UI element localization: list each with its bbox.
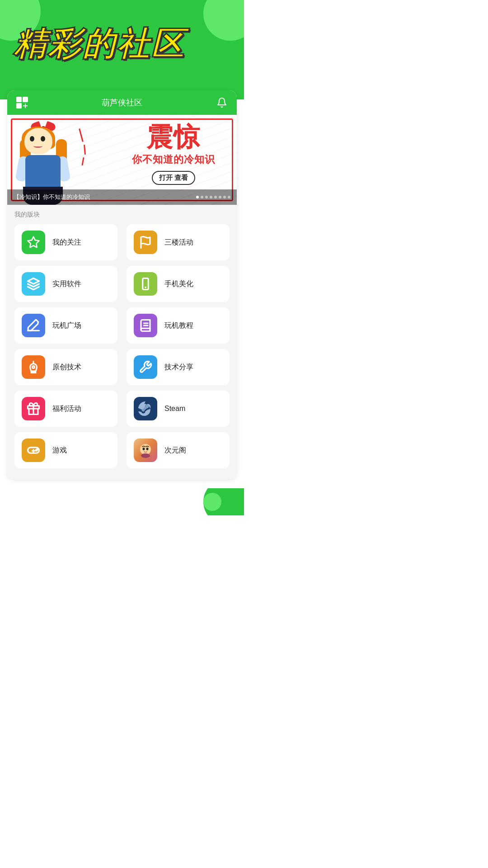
- dot-2: [201, 196, 203, 198]
- svg-point-20: [146, 448, 149, 450]
- list-item-steam[interactable]: Steam: [127, 391, 230, 427]
- third-floor-label: 三楼活动: [164, 238, 193, 247]
- dot-5: [214, 196, 217, 198]
- dot-3: [205, 196, 208, 198]
- dot-4: [210, 196, 212, 198]
- banner-area[interactable]: 震惊 你不知道的冷知识 打开 查看 【冷知识】你不知道的冷知识: [7, 115, 237, 205]
- gift-icon: [27, 402, 40, 415]
- eraser-icon: [27, 319, 40, 332]
- grid-add-icon[interactable]: [16, 97, 28, 108]
- banner-text-area: 震惊 你不知道的冷知识 打开 查看: [119, 124, 228, 185]
- list-item-original-tech[interactable]: 原创技术: [14, 349, 117, 385]
- section-label: 我的版块: [7, 205, 237, 222]
- dot-6: [219, 196, 221, 198]
- steam-icon: [134, 397, 157, 420]
- games-label: 游戏: [52, 446, 67, 455]
- banner-sub-text: 你不知道的冷知识: [119, 153, 228, 166]
- welfare-icon: [22, 397, 45, 420]
- list-item-useful-software[interactable]: 实用软件: [14, 266, 117, 302]
- cube-icon: [27, 277, 40, 291]
- open-sub-label: 查看: [174, 174, 188, 182]
- list-item-third-floor[interactable]: 三楼活动: [127, 224, 230, 260]
- girl-body: [25, 155, 61, 189]
- grid-sections: 我的关注 三楼活动: [7, 222, 237, 479]
- grid-row-1: 我的关注 三楼活动: [14, 224, 230, 266]
- app-header-title: 葫芦侠社区: [102, 97, 142, 108]
- original-tech-label: 原创技术: [52, 363, 81, 372]
- banner-main-text: 震惊: [119, 124, 228, 150]
- svg-point-18: [140, 444, 151, 455]
- dot-8: [228, 196, 230, 198]
- grid-cell-1: [16, 97, 22, 102]
- steam-logo: [138, 401, 153, 416]
- phone-icon: [139, 277, 152, 291]
- svg-point-17: [37, 449, 38, 450]
- grid-row-3: 玩机广场 玩机教程: [14, 307, 230, 349]
- girl-mouth: [33, 144, 42, 148]
- girl-eye-right: [41, 136, 45, 142]
- my-follow-icon: [22, 231, 45, 254]
- list-item-play-tutorial[interactable]: 玩机教程: [127, 307, 230, 344]
- anime-face-svg: [137, 442, 154, 458]
- svg-marker-0: [28, 237, 39, 248]
- games-icon: [22, 439, 45, 462]
- third-floor-icon: [134, 231, 157, 254]
- banner-open-button[interactable]: 打开 查看: [152, 171, 195, 185]
- bulb-icon: [27, 360, 40, 374]
- bell-icon[interactable]: [216, 97, 228, 108]
- svg-point-21: [141, 453, 150, 458]
- original-tech-icon: [22, 355, 45, 379]
- dot-7: [223, 196, 226, 198]
- list-item-phone-beauty[interactable]: 手机美化: [127, 266, 230, 302]
- grid-cell-plus: [23, 103, 28, 108]
- tech-share-label: 技术分享: [164, 363, 193, 372]
- star-icon: [27, 236, 40, 249]
- svg-point-19: [143, 448, 145, 450]
- grid-row-5: 福利活动 Steam: [14, 391, 230, 432]
- useful-software-label: 实用软件: [52, 279, 81, 289]
- dot-1: [196, 196, 199, 198]
- grid-cell-2: [23, 97, 28, 102]
- hero-section: 精彩的社区: [0, 0, 244, 99]
- list-item-my-follow[interactable]: 我的关注: [14, 224, 117, 260]
- wrench-icon: [139, 360, 152, 374]
- list-item-welfare[interactable]: 福利活动: [14, 391, 117, 427]
- app-header: 葫芦侠社区: [7, 90, 237, 115]
- hero-title: 精彩的社区: [14, 23, 185, 66]
- shock-line-3: [81, 157, 84, 165]
- steam-label: Steam: [164, 405, 185, 413]
- girl-head: [24, 128, 52, 154]
- play-plaza-icon: [22, 314, 45, 337]
- grid-row-2: 实用软件 手机美化: [14, 266, 230, 307]
- phone-beauty-label: 手机美化: [164, 279, 193, 289]
- grid-row-4: 原创技术 技术分享: [14, 349, 230, 391]
- useful-software-icon: [22, 272, 45, 296]
- banner-bottom-bar: 【冷知识】你不知道的冷知识: [7, 189, 237, 205]
- play-tutorial-label: 玩机教程: [164, 321, 193, 330]
- bottom-deco-area: [0, 488, 244, 515]
- welfare-label: 福利活动: [52, 404, 81, 414]
- list-item-anime[interactable]: 次元阁: [127, 432, 230, 468]
- page-wrapper: 精彩的社区 葫芦侠社区: [0, 0, 244, 515]
- shock-lines: [80, 128, 85, 165]
- app-card: 葫芦侠社区: [7, 90, 237, 479]
- my-follow-label: 我的关注: [52, 238, 81, 247]
- list-item-games[interactable]: 游戏: [14, 432, 117, 468]
- grid-row-6: 游戏 次元阁: [14, 432, 230, 474]
- open-btn-label: 打开: [159, 174, 173, 182]
- play-tutorial-icon: [134, 314, 157, 337]
- grid-cell-3: [16, 103, 22, 108]
- anime-icon: [134, 439, 157, 462]
- gamepad-icon: [27, 443, 40, 457]
- list-item-tech-share[interactable]: 技术分享: [127, 349, 230, 385]
- list-item-play-plaza[interactable]: 玩机广场: [14, 307, 117, 344]
- girl-eye-left: [30, 136, 34, 142]
- tech-share-icon: [134, 355, 157, 379]
- banner-caption: 【冷知识】你不知道的冷知识: [14, 193, 90, 201]
- anime-label: 次元阁: [164, 446, 186, 455]
- banner-dots: [196, 196, 230, 198]
- phone-beauty-icon: [134, 272, 157, 296]
- svg-point-10: [33, 366, 35, 368]
- flag-icon: [139, 236, 152, 249]
- book-icon: [139, 319, 152, 332]
